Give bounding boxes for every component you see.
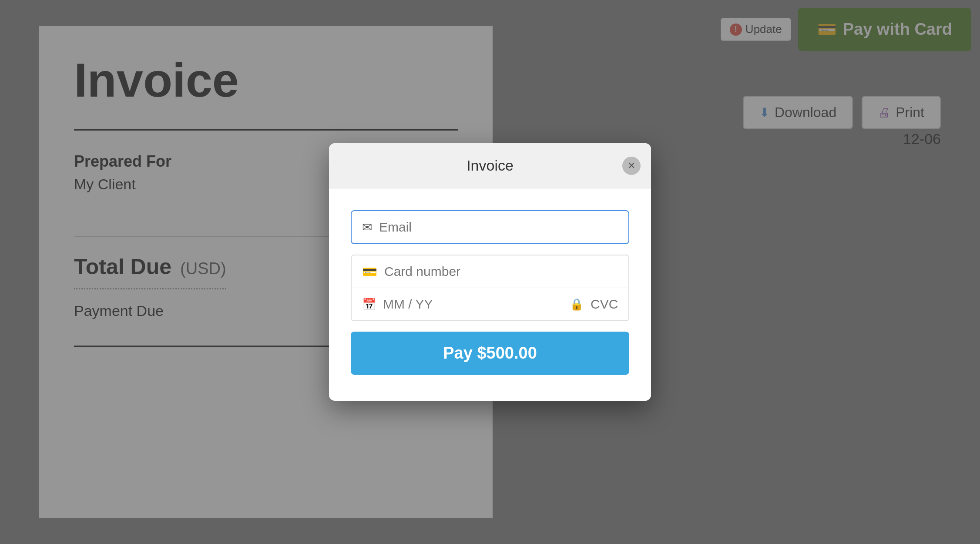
email-icon: ✉	[362, 220, 372, 235]
modal-header: Invoice ✕	[329, 143, 651, 188]
card-expiry-input[interactable]	[383, 297, 548, 312]
pay-button-label: Pay $500.00	[443, 344, 537, 362]
modal-body: ✉ 💳 📅 🔒	[329, 188, 651, 401]
modal-title: Invoice	[467, 157, 513, 174]
email-field-wrapper: ✉	[351, 210, 629, 244]
modal-close-button[interactable]: ✕	[622, 157, 641, 175]
payment-modal: Invoice ✕ ✉ 💳 📅	[329, 143, 651, 401]
close-icon: ✕	[628, 160, 635, 171]
lock-icon: 🔒	[570, 298, 584, 311]
card-number-icon: 💳	[362, 265, 377, 279]
calendar-icon: 📅	[362, 298, 376, 311]
card-cvc-input[interactable]	[591, 297, 629, 312]
card-fields-wrapper: 💳 📅 🔒	[351, 255, 629, 321]
card-number-input[interactable]	[384, 264, 618, 279]
pay-button[interactable]: Pay $500.00	[351, 332, 629, 375]
card-cvc-field: 🔒	[559, 288, 629, 320]
card-number-field: 💳	[352, 255, 628, 288]
modal-overlay: Invoice ✕ ✉ 💳 📅	[0, 0, 980, 544]
card-bottom-row: 📅 🔒	[352, 288, 628, 320]
email-input[interactable]	[379, 220, 618, 235]
card-expiry-field: 📅	[352, 288, 559, 320]
